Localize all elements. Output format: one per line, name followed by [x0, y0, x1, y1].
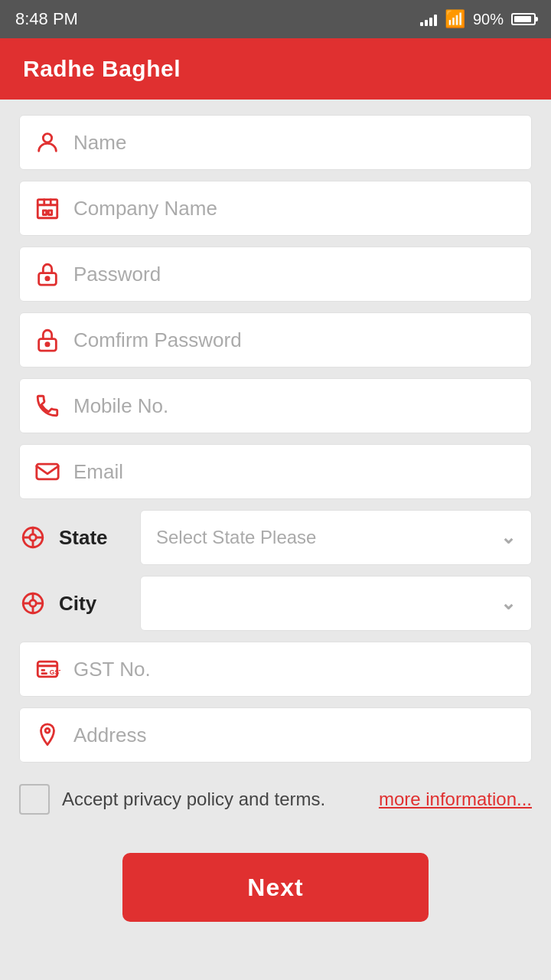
svg-point-7 — [46, 343, 49, 346]
battery-icon — [511, 13, 536, 25]
svg-text:GST: GST — [50, 668, 60, 676]
privacy-checkbox[interactable] — [19, 784, 50, 815]
state-dropdown[interactable]: Select State Please ⌄ — [140, 510, 532, 565]
next-button[interactable]: Next — [122, 853, 429, 922]
city-icon — [19, 590, 47, 616]
status-bar: 8:48 PM 📶 90% — [0, 0, 551, 38]
wifi-icon: 📶 — [445, 9, 465, 29]
location-icon — [34, 722, 61, 748]
lock-confirm-icon — [34, 327, 61, 353]
state-label: State — [19, 524, 134, 550]
name-field-wrapper — [19, 115, 532, 170]
phone-icon — [34, 393, 61, 419]
chevron-down-icon-city: ⌄ — [500, 593, 516, 614]
privacy-row: Accept privacy policy and terms. more in… — [19, 784, 532, 815]
email-icon — [34, 459, 61, 485]
svg-rect-2 — [43, 211, 46, 215]
confirm-password-input[interactable] — [73, 328, 517, 352]
gst-input[interactable] — [73, 658, 517, 681]
city-dropdown[interactable]: ⌄ — [140, 576, 532, 631]
svg-point-23 — [45, 729, 50, 733]
gst-icon: GST — [34, 656, 61, 682]
status-right: 📶 90% — [420, 9, 536, 29]
company-input[interactable] — [73, 197, 517, 220]
chevron-down-icon: ⌄ — [500, 527, 516, 548]
state-row: State Select State Please ⌄ — [19, 510, 532, 565]
lock-icon — [34, 261, 61, 287]
city-label: City — [19, 590, 134, 616]
app-header: Radhe Baghel — [0, 38, 551, 100]
name-input[interactable] — [73, 131, 517, 155]
company-field-wrapper — [19, 181, 532, 236]
privacy-text: Accept privacy policy and terms. — [62, 789, 367, 810]
mobile-field-wrapper — [19, 378, 532, 433]
password-input[interactable] — [73, 263, 517, 286]
signal-icon — [420, 12, 437, 26]
building-icon — [34, 195, 61, 221]
mobile-input[interactable] — [73, 394, 517, 418]
email-field-wrapper — [19, 444, 532, 499]
status-time: 8:48 PM — [15, 9, 78, 29]
svg-rect-8 — [37, 464, 58, 479]
svg-point-0 — [43, 134, 51, 142]
header-title: Radhe Baghel — [23, 56, 181, 82]
password-field-wrapper — [19, 247, 532, 302]
svg-point-5 — [46, 277, 49, 280]
svg-rect-1 — [37, 200, 57, 218]
address-field-wrapper — [19, 707, 532, 763]
state-icon — [19, 524, 47, 550]
state-placeholder: Select State Please — [156, 527, 316, 548]
city-row: City ⌄ — [19, 576, 532, 631]
battery-percent: 90% — [473, 11, 504, 28]
person-icon — [34, 129, 61, 155]
registration-form: State Select State Please ⌄ City — [0, 100, 551, 945]
address-input[interactable] — [73, 724, 517, 747]
gst-field-wrapper: GST — [19, 642, 532, 697]
email-input[interactable] — [73, 460, 517, 484]
more-info-link[interactable]: more information... — [379, 789, 532, 810]
confirm-password-field-wrapper — [19, 312, 532, 368]
svg-rect-3 — [48, 211, 51, 215]
